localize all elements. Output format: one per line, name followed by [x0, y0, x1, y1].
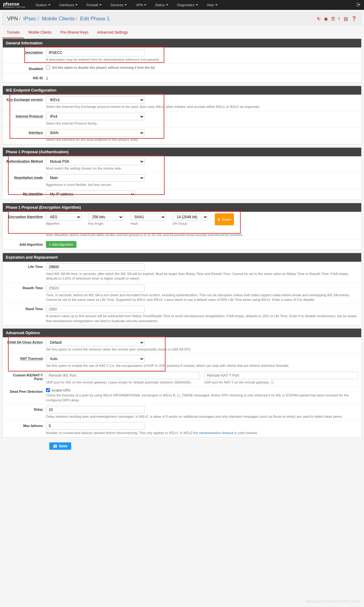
breadcrumb-mobile[interactable]: Mobile Clients	[42, 16, 75, 22]
lifetime-input[interactable]	[46, 263, 145, 271]
panel-auth: Phase 1 Proposal (Authentication) Authen…	[2, 147, 362, 200]
label-ip: Internet Protocol	[6, 113, 46, 118]
disabled-checkbox[interactable]	[46, 65, 50, 69]
add-algorithm-button[interactable]: +Add Algorithm	[46, 241, 76, 248]
sub-hash: Hash	[130, 222, 166, 225]
sub-algo: Algorithm	[46, 222, 81, 225]
reauth-input[interactable]	[46, 285, 145, 292]
breadcrumb-bar: VPN/ IPsec/ Mobile Clients/ Edit Phase 1…	[2, 12, 362, 25]
randtime-input[interactable]	[46, 306, 145, 313]
label-randtime: Rand Time	[6, 306, 46, 311]
auth-method-select[interactable]: Mutual PSK	[46, 158, 145, 165]
record-icon[interactable]: ◉	[324, 16, 328, 22]
ip-help: Select the Internet Protocol family.	[46, 121, 358, 126]
label-iface: Interface	[6, 129, 46, 134]
label-myid: My identifier	[6, 191, 46, 196]
menu-help[interactable]: Help	[202, 3, 222, 7]
info-icon[interactable]: ⓘ	[271, 380, 274, 384]
label-neg-mode: Negotiation mode	[6, 174, 46, 179]
help-icon[interactable]: ❓	[351, 16, 357, 22]
panel-heading-auth: Phase 1 Proposal (Authentication)	[3, 148, 361, 156]
chart-icon[interactable]: ⫯	[338, 16, 341, 22]
breadcrumb-ipsec[interactable]: IPsec	[23, 16, 36, 22]
save-button[interactable]: Save	[49, 442, 71, 450]
label-reauth: Reauth Time	[6, 285, 46, 290]
natt-port-help: UDP port for NAT-T on the remote gateway…	[204, 380, 358, 385]
maxfail-input[interactable]	[46, 422, 145, 430]
myid-select[interactable]: My IP address	[46, 191, 135, 198]
childsa-select[interactable]: Default	[46, 339, 145, 346]
menu-firewall[interactable]: Firewall	[82, 3, 106, 7]
label-maxfail: Max failures	[6, 422, 46, 428]
tab-advanced[interactable]: Advanced Settings	[93, 27, 132, 38]
enc-keylen-select[interactable]: 256 bits	[88, 213, 124, 221]
panel-expiry: Expiration and Replacement Life Time Har…	[2, 253, 362, 325]
chevron-down-icon	[99, 4, 102, 6]
panel-heading-general: General Information	[3, 39, 361, 47]
neg-mode-select[interactable]: Main	[46, 174, 145, 182]
main-menu: System Interfaces Firewall Services VPN …	[31, 3, 222, 7]
logout-icon[interactable]	[357, 2, 361, 8]
iface-help: Select the interface for the local endpo…	[46, 137, 358, 142]
label-add-algo: Add Algorithm	[6, 241, 46, 246]
iface-select[interactable]: WAN	[46, 129, 145, 137]
breadcrumb-vpn[interactable]: VPN	[7, 16, 18, 22]
enc-dh-select[interactable]: 14 (2048 bit)	[173, 213, 208, 221]
ike-port-input[interactable]	[46, 372, 200, 379]
natt-port-input[interactable]	[204, 372, 358, 379]
description-help: A description may be entered here for ad…	[46, 57, 358, 62]
reauth-help: Time, in seconds, before an IKE SA is to…	[46, 293, 358, 302]
panel-heading-advanced: Advanced Options	[3, 329, 361, 337]
label-delay: Delay	[6, 406, 46, 411]
chevron-down-icon	[75, 4, 78, 6]
panel-general: General Information Description A descri…	[2, 39, 362, 83]
enc-hash-select[interactable]: SHA1	[130, 213, 166, 221]
logo: pfsense COMMUNITY EDITION	[3, 2, 25, 8]
menu-services[interactable]: Services	[106, 3, 131, 7]
ip-select[interactable]: IPv4	[46, 113, 145, 120]
breadcrumb-edit[interactable]: Edit Phase 1	[80, 16, 110, 22]
maxfail-help: Number of consecutive failures allowed b…	[46, 431, 358, 435]
save-icon	[53, 444, 57, 448]
chevron-down-icon	[125, 4, 127, 6]
auth-method-help: Must match the setting chosen on the rem…	[46, 166, 358, 171]
retransmission-link[interactable]: retransmission timeout	[199, 431, 233, 435]
enc-algo-select[interactable]: AES	[46, 213, 81, 221]
tab-tunnels[interactable]: Tunnels	[2, 27, 24, 38]
menu-vpn[interactable]: VPN	[131, 3, 151, 7]
plus-icon: +	[49, 243, 51, 246]
delete-enc-button[interactable]: 🗑Delete	[215, 213, 234, 225]
label-description: Description	[6, 49, 46, 54]
breadcrumb: VPN/ IPsec/ Mobile Clients/ Edit Phase 1	[7, 16, 110, 22]
menu-diagnostics[interactable]: Diagnostics	[173, 3, 202, 7]
menu-system[interactable]: System	[31, 3, 55, 7]
delay-input[interactable]	[46, 406, 145, 413]
description-input[interactable]	[46, 49, 145, 56]
panel-enc: Phase 1 Proposal (Encryption Algorithm) …	[2, 203, 362, 249]
dpd-help: Check the liveness of a peer by using IK…	[46, 393, 358, 403]
dpd-checkbox[interactable]	[46, 388, 50, 392]
dpd-cb-label: Enable DPD	[52, 388, 71, 392]
refresh-icon[interactable]: ↻	[317, 16, 321, 22]
kex-select[interactable]: IKEv1	[46, 96, 145, 104]
chevron-down-icon	[166, 4, 168, 6]
settings-icon[interactable]: ☰	[331, 16, 335, 22]
list-icon[interactable]: ▤	[344, 16, 348, 22]
tab-mobile-clients[interactable]: Mobile Clients	[24, 27, 56, 38]
menu-interfaces[interactable]: Interfaces	[55, 3, 82, 7]
label-ikeid: IKE ID	[6, 75, 46, 80]
label-lifetime: Life Time	[6, 263, 46, 269]
enc-note: Note: Blowfish, 3DES, CAST128, MD5, SHA1…	[46, 233, 358, 237]
chevron-down-icon	[196, 4, 198, 6]
lifetime-help: Hard IKE SA life time, in seconds, after…	[46, 272, 358, 281]
sub-keylen: Key length	[88, 222, 124, 225]
menu-status[interactable]: Status	[151, 3, 173, 7]
randtime-help: A random value up to this amount will be…	[46, 314, 358, 323]
nat-select[interactable]: Auto	[46, 355, 145, 363]
label-disabled: Disabled	[6, 65, 46, 71]
panel-heading-expiry: Expiration and Replacement	[3, 253, 361, 262]
ike-port-help: UDP port for IKE on the remote gateway. …	[46, 380, 200, 385]
tab-psk[interactable]: Pre-Shared Keys	[56, 27, 93, 38]
childsa-help: Set this option to control the behavior …	[46, 347, 358, 352]
label-childsa: Child SA Close Action	[6, 339, 46, 344]
